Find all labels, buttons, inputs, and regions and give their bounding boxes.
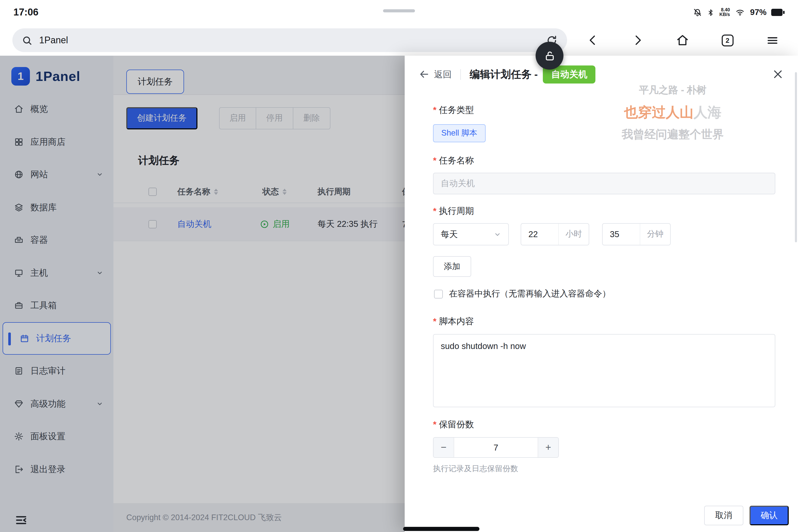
lock-open-icon	[544, 50, 555, 62]
back-button[interactable]	[570, 25, 615, 56]
menu-button[interactable]	[750, 25, 795, 56]
schedule-label: 执行周期	[433, 205, 474, 217]
task-type-label: 任务类型	[433, 104, 474, 116]
keep-copies-label: 保留份数	[433, 419, 474, 431]
task-name-label: 任务名称	[433, 155, 474, 167]
keep-copies-helper: 执行记录及日志保留份数	[433, 464, 518, 474]
close-icon	[772, 69, 783, 80]
tabs-button[interactable]: 2	[705, 25, 750, 56]
chevron-down-icon	[494, 231, 501, 238]
home-icon	[676, 34, 689, 47]
cancel-button[interactable]: 取消	[704, 506, 743, 525]
battery-percent: 97%	[750, 8, 766, 17]
run-in-container-checkbox[interactable]	[434, 289, 443, 298]
notifications-off-icon	[693, 8, 702, 17]
decrement-button[interactable]: −	[434, 438, 454, 457]
task-type-chip[interactable]: Shell 脚本	[433, 124, 486, 142]
close-button[interactable]	[772, 69, 783, 80]
arrow-left-icon	[419, 69, 430, 79]
search-icon	[22, 35, 33, 45]
drawer-header: 返回 编辑计划任务 - 自动关机	[405, 56, 798, 93]
status-bar: 17:06 8.40 KB/s 97%	[0, 0, 798, 25]
device-screen: 17:06 8.40 KB/s 97% 1Panel	[0, 0, 798, 532]
hamburger-icon	[766, 34, 779, 47]
gesture-navigation-bar[interactable]	[403, 527, 479, 531]
minute-input-group: 分钟	[602, 223, 671, 245]
address-bar[interactable]: 1Panel	[12, 28, 567, 52]
minute-unit-label: 分钟	[640, 224, 670, 245]
chevron-left-icon	[586, 34, 599, 46]
confirm-button[interactable]: 确认	[749, 506, 789, 525]
battery-icon	[771, 9, 784, 16]
tab-count: 2	[726, 36, 729, 44]
back-label: 返回	[434, 68, 452, 80]
increment-button[interactable]: +	[538, 438, 558, 457]
period-value: 每天	[441, 229, 458, 240]
divider	[460, 69, 461, 80]
status-icons: 8.40 KB/s 97%	[693, 8, 784, 17]
home-button[interactable]	[660, 25, 705, 56]
edit-task-drawer: 返回 编辑计划任务 - 自动关机 任务类型 Shell 脚本 任务名称 执行周期…	[405, 56, 798, 532]
browser-nav: 2	[570, 25, 795, 56]
clock: 17:06	[14, 7, 38, 18]
bluetooth-icon	[707, 8, 715, 17]
script-textarea[interactable]: sudo shutdown -h now	[433, 334, 775, 407]
address-text: 1Panel	[39, 35, 68, 45]
browser-toolbar: 1Panel 2	[0, 25, 798, 56]
speed-unit: KB/s	[719, 12, 730, 17]
keep-copies-input[interactable]	[454, 438, 538, 457]
task-name-input[interactable]	[433, 173, 775, 194]
chevron-right-icon	[631, 34, 644, 46]
drawer-title: 编辑计划任务 -	[470, 67, 538, 81]
run-in-container-row[interactable]: 在容器中执行（无需再输入进入容器命令）	[434, 288, 611, 300]
keep-copies-stepper: − +	[433, 437, 559, 458]
drawer-scrollbar[interactable]	[795, 72, 797, 242]
tab-count-badge: 2	[721, 34, 733, 46]
wifi-icon	[735, 8, 745, 17]
script-label: 脚本内容	[433, 316, 474, 327]
gesture-notch	[383, 9, 415, 12]
back-button[interactable]: 返回	[419, 68, 452, 80]
hour-input[interactable]	[521, 229, 558, 239]
minute-input[interactable]	[603, 229, 640, 239]
forward-button[interactable]	[615, 25, 660, 56]
period-select[interactable]: 每天	[433, 223, 509, 245]
hour-input-group: 小时	[521, 223, 589, 245]
hour-unit-label: 小时	[558, 224, 589, 245]
app-region: 1 1Panel 概览 应用商店 网站	[0, 56, 798, 532]
screen: 17:06 8.40 KB/s 97% 1Panel	[0, 0, 798, 532]
run-in-container-label: 在容器中执行（无需再输入进入容器命令）	[449, 288, 611, 300]
network-speed: 8.40 KB/s	[719, 8, 730, 17]
lock-fab[interactable]	[536, 42, 564, 70]
add-schedule-button[interactable]: 添加	[433, 256, 471, 277]
